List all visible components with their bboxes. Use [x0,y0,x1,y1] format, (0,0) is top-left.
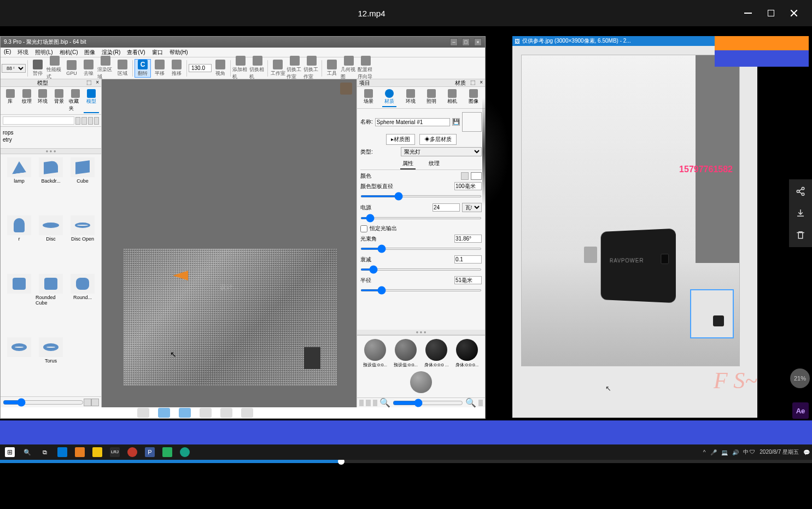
ks-minimize-button[interactable]: – [450,38,458,46]
model-item-lamp[interactable]: lamp [4,157,34,213]
color-picker-icon[interactable] [461,172,469,180]
rtab-image[interactable]: 图像 [466,88,481,107]
panel-resize-grip[interactable]: ● ● ● [1,149,101,154]
diameter-slider[interactable] [360,195,482,197]
multi-material-button[interactable]: ◈多层材质 [419,134,457,145]
minimize-button[interactable] [743,8,753,18]
rtab-environment[interactable]: 环境 [404,88,418,107]
tool-dolly[interactable]: 推移 [168,60,185,77]
power-input[interactable] [433,203,460,212]
rtab-lighting[interactable]: 照明 [424,88,439,107]
download-icon[interactable] [795,208,806,219]
panel-close-icon[interactable]: × [94,79,101,86]
tray-notification-icon[interactable]: 💬 [803,449,810,455]
edge-icon[interactable] [55,446,70,459]
tree-item[interactable]: etry [3,136,99,143]
grid-icon[interactable] [91,399,99,406]
radius-input[interactable] [454,276,482,284]
tool-studio[interactable]: 工作室 [270,60,286,77]
tool-configurator[interactable]: 配置程序向导 [358,56,374,80]
rtab-scene[interactable]: 场景 [361,88,376,107]
tray-datetime[interactable]: 2020/8/7 星期五 [760,448,799,456]
vp-tool-1[interactable] [137,408,149,418]
app-icon-p[interactable]: P [142,446,157,459]
beam-slider[interactable] [360,248,482,250]
falloff-input[interactable] [454,255,482,264]
material-name-input[interactable] [375,118,450,126]
menu-image[interactable]: 图像 [81,48,98,57]
swatch-item[interactable]: 预设值:0:0... [392,339,419,368]
tab-background[interactable]: 背景 [51,88,67,113]
power-slider[interactable] [360,217,482,219]
task-view-button[interactable]: ⧉ [37,446,52,459]
record-icon[interactable] [125,446,140,459]
panel-float-icon[interactable]: ⬚ [84,79,94,86]
rtab-material[interactable]: 材质 [382,88,396,107]
swatch-size-slider[interactable] [393,399,463,407]
tray-network-icon[interactable]: 💻 [721,449,728,455]
menu-environment[interactable]: 环境 [14,48,32,57]
menu-window[interactable]: 窗口 [149,48,166,57]
tray-ime-indicator[interactable]: 中 🛡 [743,448,756,456]
tool-switch-studio[interactable]: 切换工作室 [287,56,303,80]
image-viewer-body[interactable]: 15797761582 RAVPOWER ↖ [512,46,757,418]
tool-gpu[interactable]: GPU [63,60,80,76]
tab-model[interactable]: 模型 [84,88,99,113]
render-viewport[interactable]: 设计... ↖ [102,79,357,407]
vp-tool-3[interactable] [179,408,191,418]
model-item-cylinder[interactable]: r [4,215,34,271]
ks-close-button[interactable]: × [474,38,482,46]
tray-chevron-icon[interactable]: ^ [703,449,706,455]
tool-tools[interactable]: 工具 [324,60,340,77]
tool-region[interactable]: 区域 [114,60,131,77]
fullscreen-icon[interactable] [478,400,483,406]
filter-icon[interactable] [81,117,86,125]
swatch-item[interactable]: 身体:0:0:0... [453,339,481,368]
app-icon-2[interactable] [160,446,175,459]
thumbnail-size-slider[interactable] [3,398,84,407]
tab-favorites[interactable]: 收藏夹 [68,88,83,113]
subtab-texture[interactable]: 纹理 [427,159,442,169]
close-button[interactable] [789,8,799,18]
menu-file[interactable]: (E) [1,48,14,57]
refresh-icon[interactable] [88,117,93,125]
tool-geom-view[interactable]: 几何视图 [341,56,357,80]
model-item-blank2[interactable] [4,337,34,393]
fov-input[interactable] [189,64,212,72]
model-search-input[interactable] [3,116,74,125]
panel-close-icon[interactable]: × [477,79,485,86]
percent-dropdown[interactable]: 88 % [2,64,26,73]
view-list-icon[interactable] [359,400,364,406]
model-item-backdrop[interactable]: Backdr... [36,157,66,213]
material-grip[interactable]: ● ● ● [357,330,485,335]
subtab-properties[interactable]: 属性 [400,159,416,169]
tool-pause[interactable]: 暂停 [30,60,46,77]
panel-float-icon[interactable]: ⬚ [468,79,477,86]
zoom-in-icon[interactable]: 🔍 [465,397,476,408]
vp-tool-5[interactable] [220,408,232,418]
vp-tool-6[interactable] [241,408,253,418]
model-item-torus[interactable]: Torus [36,337,66,393]
explorer-icon[interactable] [90,446,105,459]
model-item-cube[interactable]: Cube [67,157,98,213]
model-item-round[interactable]: Round... [67,274,98,335]
tool-render-region[interactable]: 渲染区域 [97,56,114,80]
tool-tumble[interactable]: C翻转 [135,59,151,78]
search-icon[interactable] [75,117,80,125]
tab-environment[interactable]: 环境 [35,88,50,113]
rtab-camera[interactable]: 相机 [445,88,459,107]
vp-tool-4[interactable] [200,408,212,418]
model-item-disc[interactable]: Disc [36,215,66,271]
playback-progress-bar[interactable] [0,460,812,463]
share-icon[interactable] [795,186,806,197]
app-icon-1[interactable] [72,446,87,459]
save-material-icon[interactable]: 💾 [452,118,460,126]
material-type-select[interactable]: 聚光灯 [401,147,482,156]
tool-denoise[interactable]: 去噪 [80,60,97,77]
tray-volume-icon[interactable]: 🔊 [732,449,739,455]
tool-switch-studio2[interactable]: 切换工作室 [303,56,320,80]
color-swatch[interactable] [471,172,482,180]
menu-help[interactable]: 帮助(H) [166,48,191,57]
tab-library[interactable]: 库 [3,88,18,113]
tool-fov[interactable]: 视角 [212,60,229,77]
